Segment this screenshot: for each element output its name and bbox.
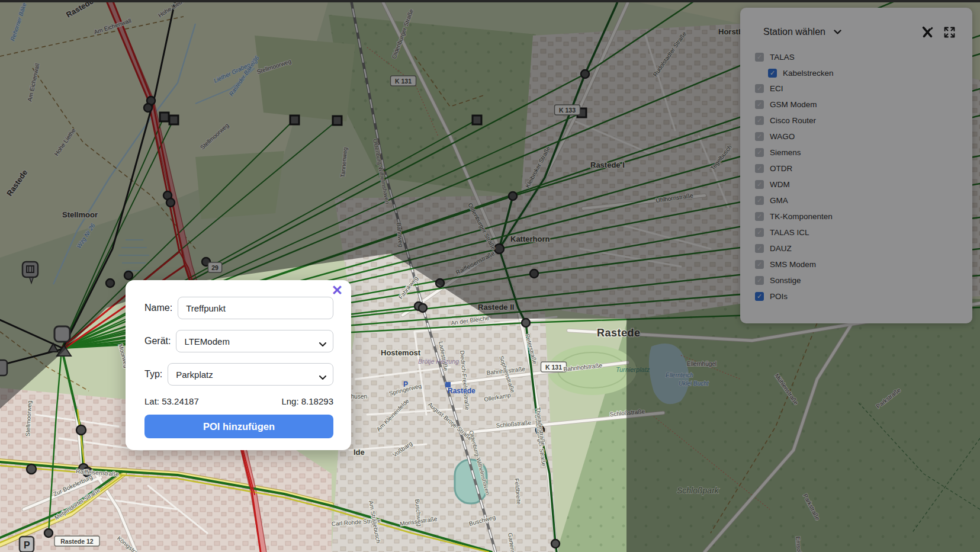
layer-row-sms-modem[interactable]: ✓SMS Modem bbox=[755, 259, 960, 270]
type-row: Typ: Parkplatz bbox=[144, 363, 333, 386]
layer-row-cisco-router[interactable]: ✓Cisco Router bbox=[755, 115, 960, 126]
layer-row-wago[interactable]: ✓WAGO bbox=[755, 131, 960, 142]
layer-checkbox[interactable]: ✓ bbox=[755, 276, 764, 285]
type-select[interactable]: Parkplatz bbox=[168, 363, 333, 386]
layer-list: ✓TALAS✓Kabelstrecken✓ECI✓GSM Modem✓Cisco… bbox=[755, 52, 960, 302]
layer-label: DAUZ bbox=[770, 244, 792, 253]
map-label: Ellernteich bbox=[666, 372, 693, 378]
layer-label: Cisco Router bbox=[770, 116, 816, 125]
layer-label: WDM bbox=[770, 180, 790, 189]
layer-row-eci[interactable]: ✓ECI bbox=[755, 83, 960, 94]
layer-row-pois[interactable]: ✓POIs bbox=[755, 291, 960, 302]
road-shield-label: K 131 bbox=[545, 364, 562, 371]
layer-checkbox[interactable]: ✓ bbox=[755, 196, 764, 205]
edit-tools-icon[interactable] bbox=[921, 25, 934, 38]
window-top-edge bbox=[0, 0, 980, 2]
layer-panel: Station wählen bbox=[740, 8, 972, 323]
map-stage[interactable]: P K 131K 133K 13129Rastede 12 RastedeRas… bbox=[0, 0, 980, 552]
road-shield-label: 29 bbox=[211, 264, 219, 271]
layer-label: TALAS bbox=[770, 53, 795, 62]
map-label: Brötje Heizung bbox=[418, 358, 459, 365]
layer-label: Kabelstrecken bbox=[783, 69, 834, 78]
layer-checkbox[interactable]: ✓ bbox=[755, 292, 764, 301]
chevron-down-icon[interactable] bbox=[834, 30, 841, 35]
layer-row-talas[interactable]: ✓TALAS bbox=[755, 52, 960, 63]
edge-marker bbox=[0, 360, 7, 376]
layer-checkbox[interactable]: ✓ bbox=[755, 180, 764, 189]
name-label: Name: bbox=[144, 303, 172, 313]
map-label: lde bbox=[354, 448, 365, 457]
layer-checkbox[interactable]: ✓ bbox=[755, 100, 764, 109]
layer-label: Siemens bbox=[770, 148, 801, 157]
layer-checkbox[interactable]: ✓ bbox=[768, 69, 777, 78]
layer-label: ECI bbox=[770, 84, 783, 93]
map-label: Rastede II bbox=[478, 303, 514, 312]
type-label: Typ: bbox=[144, 369, 162, 380]
layer-checkbox[interactable]: ✓ bbox=[755, 260, 764, 269]
road-shield-label: K 131 bbox=[395, 78, 412, 85]
device-select[interactable]: LTEModem bbox=[176, 330, 333, 352]
layer-checkbox[interactable]: ✓ bbox=[755, 116, 764, 125]
layer-row-kabelstrecken[interactable]: ✓Kabelstrecken bbox=[768, 68, 960, 79]
name-row: Name: bbox=[144, 297, 333, 319]
layer-checkbox[interactable]: ✓ bbox=[755, 84, 764, 93]
layer-row-otdr[interactable]: ✓OTDR bbox=[755, 163, 960, 174]
layer-label: OTDR bbox=[770, 164, 792, 173]
layer-label: GMA bbox=[770, 196, 788, 205]
map-label: Uklei Bucht bbox=[679, 380, 709, 387]
layer-label: Sonstige bbox=[770, 276, 801, 285]
layer-label: POIs bbox=[770, 292, 788, 301]
map-label: Katterhorn bbox=[510, 235, 550, 243]
map-label: Stellmoor bbox=[62, 210, 98, 219]
parking-marker: P bbox=[20, 537, 34, 552]
layer-row-talas-icl[interactable]: ✓TALAS ICL bbox=[755, 227, 960, 238]
layer-row-wdm[interactable]: ✓WDM bbox=[755, 179, 960, 190]
map-label: P bbox=[403, 380, 408, 389]
svg-text:P: P bbox=[24, 540, 30, 550]
station-select-title[interactable]: Station wählen bbox=[763, 27, 825, 37]
map-label: Ellernhügel bbox=[687, 361, 716, 367]
device-label: Gerät: bbox=[144, 336, 171, 346]
layer-label: WAGO bbox=[770, 132, 795, 141]
layer-row-sonstige[interactable]: ✓Sonstige bbox=[755, 275, 960, 286]
panel-header: Station wählen bbox=[755, 25, 960, 38]
layer-checkbox[interactable]: ✓ bbox=[755, 164, 764, 173]
map-label: Rastede I bbox=[590, 161, 625, 169]
map-label: Emsolds bbox=[795, 536, 803, 552]
map-label: Turnierplatz bbox=[616, 366, 650, 373]
layer-checkbox[interactable]: ✓ bbox=[755, 244, 764, 253]
layer-row-gma[interactable]: ✓GMA bbox=[755, 195, 960, 206]
map-label: fhusen bbox=[349, 393, 367, 400]
add-poi-modal: ✕ Name: Gerät: LTEModem Typ: Parkp bbox=[126, 280, 351, 450]
layer-label: TK-Komponenten bbox=[770, 212, 833, 221]
layer-checkbox[interactable]: ✓ bbox=[755, 228, 764, 237]
layer-row-siemens[interactable]: ✓Siemens bbox=[755, 147, 960, 158]
poi-name-input[interactable] bbox=[178, 297, 333, 319]
layer-row-dauz[interactable]: ✓DAUZ bbox=[755, 243, 960, 254]
layer-label: SMS Modem bbox=[770, 260, 816, 269]
layer-checkbox[interactable]: ✓ bbox=[755, 132, 764, 141]
layer-checkbox[interactable]: ✓ bbox=[755, 212, 764, 221]
layer-label: TALAS ICL bbox=[770, 228, 809, 237]
layer-row-gsm-modem[interactable]: ✓GSM Modem bbox=[755, 99, 960, 110]
coordinates-row: Lat: 53.24187 Lng: 8.18293 bbox=[144, 396, 333, 406]
device-row: Gerät: LTEModem bbox=[144, 330, 333, 352]
road-shield-label: Rastede 12 bbox=[60, 538, 94, 545]
map-label: Rastede bbox=[597, 327, 641, 339]
map-label: Rastede bbox=[448, 387, 475, 395]
map-label: Schloßpark bbox=[677, 486, 719, 495]
add-poi-button[interactable]: POI hinzufügen bbox=[144, 415, 333, 438]
road-shield-label: K 133 bbox=[559, 107, 576, 114]
layer-checkbox[interactable]: ✓ bbox=[755, 148, 764, 157]
latitude-value: Lat: 53.24187 bbox=[144, 396, 199, 406]
layer-row-tk-komponenten[interactable]: ✓TK-Komponenten bbox=[755, 211, 960, 222]
map-label: Hostemost bbox=[381, 348, 421, 357]
longitude-value: Lng: 8.18293 bbox=[281, 396, 333, 406]
fullscreen-expand-icon[interactable] bbox=[943, 26, 956, 38]
layer-checkbox[interactable]: ✓ bbox=[755, 53, 764, 62]
layer-label: GSM Modem bbox=[770, 100, 817, 109]
